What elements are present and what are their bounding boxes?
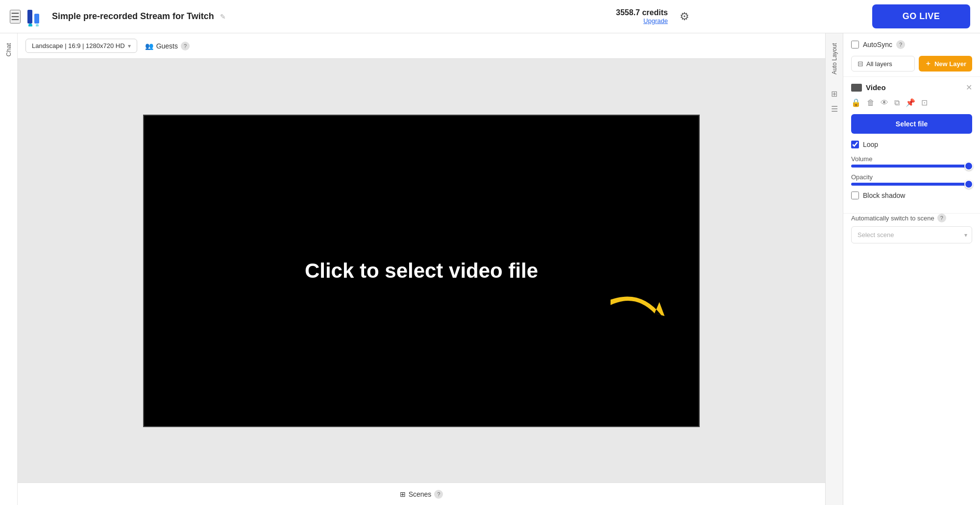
layers-row: ⊟ All layers ＋ New Layer xyxy=(851,56,972,72)
auto-switch-help-icon: ? xyxy=(937,214,946,222)
loop-checkbox[interactable] xyxy=(851,141,859,148)
canvas-wrapper: Click to select video file xyxy=(18,59,825,482)
menu-button[interactable]: ☰ xyxy=(10,10,21,24)
center-area: Landscape | 16:9 | 1280x720 HD ▾ 👥 Guest… xyxy=(18,33,825,505)
all-layers-label: All layers xyxy=(866,60,892,68)
select-file-button[interactable]: Select file xyxy=(851,114,972,134)
layer-header: Video ✕ xyxy=(851,83,972,92)
chevron-down-icon: ▾ xyxy=(128,43,131,49)
pin-icon[interactable]: 📌 xyxy=(906,98,915,107)
canvas-stage[interactable]: Click to select video file xyxy=(143,115,700,427)
autosync-row: AutoSync ? xyxy=(851,40,972,49)
header-center: 3558.7 credits Upgrade ⚙ xyxy=(441,8,872,24)
layout-icon-1[interactable]: ⊞ xyxy=(831,89,838,98)
guests-label: Guests xyxy=(156,42,178,50)
layer-title: Video xyxy=(866,83,962,92)
scene-dropdown[interactable]: Select scene xyxy=(851,226,972,243)
bottom-bar: ⊞ Scenes ? xyxy=(18,482,825,505)
go-live-button[interactable]: GO LIVE xyxy=(872,4,970,28)
guests-button[interactable]: 👥 Guests ? xyxy=(145,42,190,50)
main-content: Chat Landscape | 16:9 | 1280x720 HD ▾ 👥 … xyxy=(0,33,980,505)
auto-switch-label: Automatically switch to scene ? xyxy=(851,214,972,222)
scenes-help-icon: ? xyxy=(434,490,443,499)
copy-icon[interactable]: ⧉ xyxy=(894,98,900,107)
volume-label: Volume xyxy=(851,155,972,163)
volume-slider[interactable] xyxy=(851,165,972,168)
auto-switch-section: Automatically switch to scene ? Select s… xyxy=(843,214,980,250)
opacity-row: Opacity xyxy=(851,173,972,186)
video-thumbnail-icon xyxy=(851,84,862,92)
edit-icon[interactable]: ✎ xyxy=(220,13,226,21)
header: ☰ Simple pre-recorded Stream for Twitch … xyxy=(0,0,980,33)
video-layer-panel: Video ✕ 🔒 🗑 👁 ⧉ 📌 ⊡ Select file Loop Vol… xyxy=(843,77,980,214)
autosync-label: AutoSync xyxy=(863,41,892,48)
layer-actions: 🔒 🗑 👁 ⧉ 📌 ⊡ xyxy=(851,98,972,107)
all-layers-button[interactable]: ⊟ All layers xyxy=(851,56,915,72)
opacity-slider[interactable] xyxy=(851,183,972,186)
close-layer-button[interactable]: ✕ xyxy=(966,83,972,92)
scene-dropdown-wrapper: Select scene ▾ xyxy=(851,226,972,243)
upgrade-link[interactable]: Upgrade xyxy=(616,17,668,24)
resolution-select[interactable]: Landscape | 16:9 | 1280x720 HD ▾ xyxy=(25,39,137,53)
chat-tab[interactable]: Chat xyxy=(5,38,12,61)
settings-button[interactable]: ⚙ xyxy=(680,10,689,23)
guests-help-icon: ? xyxy=(181,42,190,50)
autosync-checkbox[interactable] xyxy=(851,41,859,48)
guests-icon: 👥 xyxy=(145,42,153,50)
svg-rect-1 xyxy=(34,14,39,24)
scenes-button[interactable]: ⊞ Scenes ? xyxy=(400,490,443,499)
opacity-label: Opacity xyxy=(851,173,972,181)
svg-point-2 xyxy=(28,24,32,26)
loop-label: Loop xyxy=(863,141,878,148)
volume-row: Volume xyxy=(851,155,972,168)
credits-info: 3558.7 credits Upgrade xyxy=(616,8,668,24)
scenes-icon: ⊞ xyxy=(400,490,406,498)
auto-layout-tab[interactable]: Auto Layout xyxy=(831,38,838,79)
layers-icon: ⊟ xyxy=(858,60,863,68)
svg-point-3 xyxy=(36,24,39,26)
toolbar-bar: Landscape | 16:9 | 1280x720 HD ▾ 👥 Guest… xyxy=(18,33,825,59)
loop-row: Loop xyxy=(851,141,972,148)
credits-amount: 3558.7 credits xyxy=(616,8,668,17)
layout-icon-2[interactable]: ☰ xyxy=(831,104,838,114)
auto-layout-icons: ⊞ ☰ xyxy=(831,89,838,114)
scenes-label: Scenes xyxy=(409,490,432,498)
right-panel-top: AutoSync ? ⊟ All layers ＋ New Layer xyxy=(843,33,980,77)
svg-rect-0 xyxy=(27,10,32,24)
logo xyxy=(26,7,46,26)
new-layer-button[interactable]: ＋ New Layer xyxy=(919,56,972,72)
canvas-prompt-text: Click to select video file xyxy=(305,259,538,283)
plus-icon: ＋ xyxy=(925,59,931,68)
block-shadow-row: Block shadow xyxy=(851,192,972,199)
volume-thumb xyxy=(964,162,973,170)
lock-icon[interactable]: 🔒 xyxy=(851,98,861,107)
auto-layout-bar: Auto Layout ⊞ ☰ xyxy=(825,33,843,505)
project-title: Simple pre-recorded Stream for Twitch xyxy=(52,11,214,22)
block-shadow-label: Block shadow xyxy=(863,192,905,199)
autosync-help-icon: ? xyxy=(896,40,905,49)
resolution-label: Landscape | 16:9 | 1280x720 HD xyxy=(32,42,125,49)
yellow-arrow-decoration xyxy=(611,281,669,337)
opacity-thumb xyxy=(964,180,973,189)
delete-icon[interactable]: 🗑 xyxy=(867,98,875,107)
left-sidebar: Chat xyxy=(0,33,18,505)
new-layer-label: New Layer xyxy=(934,60,966,68)
block-shadow-checkbox[interactable] xyxy=(851,192,859,199)
crop-icon[interactable]: ⊡ xyxy=(921,98,928,107)
right-panel: AutoSync ? ⊟ All layers ＋ New Layer Vide… xyxy=(843,33,980,505)
eye-icon[interactable]: 👁 xyxy=(881,98,888,107)
header-left: ☰ Simple pre-recorded Stream for Twitch … xyxy=(10,7,441,26)
